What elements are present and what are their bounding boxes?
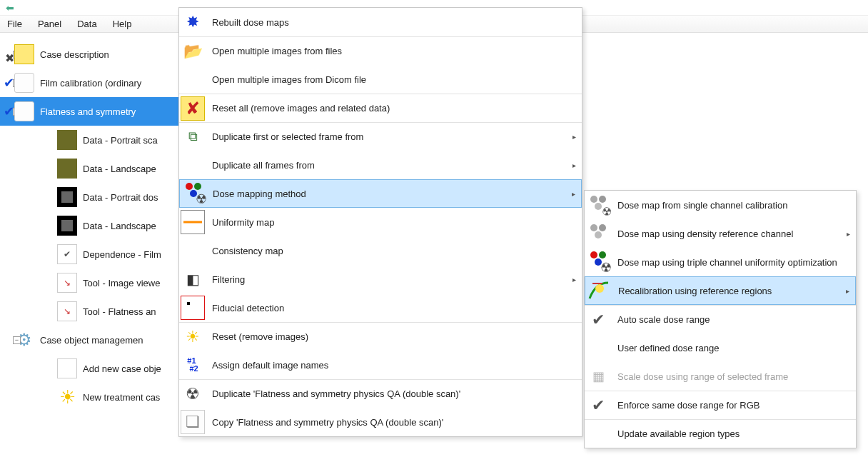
submenu-auto-scale[interactable]: ✔ Auto scale dose range [585, 305, 856, 333]
tree-label: Tool - Flatness an [83, 306, 156, 317]
submenu-user-defined-range[interactable]: User defined dose range [585, 333, 856, 362]
recalibration-curve-icon [587, 278, 611, 303]
tree-item-case-object-management[interactable]: − ⚙ Case object managemen [0, 326, 178, 354]
tree-item-flatness-symmetry[interactable]: − Flatness and symmetry [0, 97, 178, 126]
rgb-radiation-icon [586, 250, 610, 274]
blank-icon [181, 238, 205, 263]
tree-label: Dependence - Film [83, 249, 161, 260]
filter-icon: ◧ [181, 267, 205, 291]
back-icon[interactable]: ⬅ [4, 2, 16, 14]
tree-item-data-portrait-scan[interactable]: Data - Portrait sca [0, 126, 178, 154]
tree-label: Film calibration (ordinary [40, 78, 141, 89]
tree-item-case-description[interactable]: + Case description [0, 40, 178, 69]
menu-label: Dose map using density reference channel [617, 229, 793, 239]
submenu-single-channel[interactable]: Dose map from single channel calibration [585, 191, 856, 219]
tree-item-tool-flatness[interactable]: Tool - Flatness an [0, 297, 178, 326]
context-menu-primary: ✸ Rebuilt dose maps 📂 Open multiple imag… [178, 7, 582, 437]
menu-copy-flatness[interactable]: ❏ Copy 'Flatness and symmetry physics QA… [179, 408, 582, 436]
menu-label: Duplicate first or selected frame from [212, 131, 363, 142]
submenu-arrow-icon: ▸ [846, 287, 849, 295]
submenu-density-reference[interactable]: Dose map using density reference channel… [585, 219, 856, 248]
tree-label: Data - Portrait dos [83, 192, 158, 203]
submenu-update-region-types[interactable]: Update available region types [585, 419, 856, 448]
menu-duplicate-first-frame[interactable]: ⧉ Duplicate first or selected frame from… [179, 122, 582, 151]
menu-dose-mapping-method[interactable]: Dose mapping method ▸ [179, 179, 582, 208]
menu-open-multiple-dicom[interactable]: Open multiple images from Dicom file [179, 65, 582, 94]
menu-assign-default-names[interactable]: #1 #2 Assign default image names [179, 351, 582, 379]
menu-label: Open multiple images from files [212, 46, 342, 56]
radiation-icon: ☢ [181, 382, 205, 406]
menu-label: Auto scale dose range [617, 314, 710, 325]
menu-open-multiple-files[interactable]: 📂 Open multiple images from files [179, 36, 582, 65]
tree-item-dependence-film[interactable]: Dependence - Film [0, 240, 178, 268]
menu-reset-all[interactable]: ✘ Reset all (remove images and related d… [179, 94, 582, 122]
menu-fiducial-detection[interactable]: Fiducial detection [179, 293, 582, 322]
tree-label: Data - Portrait sca [83, 135, 158, 146]
submenu-arrow-icon: ▸ [572, 276, 576, 283]
blank-icon [181, 153, 205, 177]
submenu-triple-channel[interactable]: Dose map using triple channel uniformity… [585, 248, 856, 276]
gray-balls-icon [586, 221, 610, 246]
blank-icon [586, 422, 610, 446]
page-icon [57, 358, 77, 378]
page-check-icon [57, 244, 77, 264]
submenu-arrow-icon: ▸ [572, 133, 576, 141]
tree-item-data-landscape[interactable]: Data - Landscape [0, 154, 178, 183]
menu-label: User defined dose range [617, 343, 719, 353]
tree-item-new-treatment-case[interactable]: ☀ New treatment cas [0, 383, 178, 411]
swatch-icon [57, 187, 77, 207]
submenu-recalibration-regions[interactable]: Recalibration using reference regions ▸ [585, 276, 856, 305]
menu-help[interactable]: Help [110, 17, 135, 31]
tree-label: Case description [40, 49, 109, 60]
swatch-icon [57, 159, 77, 179]
menu-reset-images[interactable]: ☀ Reset (remove images) [179, 322, 582, 351]
menu-label: Rebuilt dose maps [212, 17, 289, 28]
swatch-icon [57, 130, 77, 150]
menu-consistency-map[interactable]: Consistency map [179, 236, 582, 265]
sun-icon: ☀ [181, 325, 205, 349]
submenu-arrow-icon: ▸ [572, 190, 575, 198]
blank-icon [181, 67, 205, 91]
tree-item-tool-image-viewer[interactable]: Tool - Image viewe [0, 268, 178, 297]
submenu-arrow-icon: ▸ [847, 230, 850, 238]
sun-icon: ☀ [57, 387, 77, 407]
context-submenu-dose-mapping: Dose map from single channel calibration… [584, 190, 857, 448]
reset-x-icon: ✘ [181, 96, 205, 121]
tree-label: New treatment cas [83, 392, 160, 403]
tree-label: Data - Landscape [83, 221, 156, 231]
blank-icon [586, 336, 610, 360]
tree-label: Case object managemen [40, 335, 143, 346]
menu-rebuilt-dose-maps[interactable]: ✸ Rebuilt dose maps [179, 8, 582, 36]
document-x-icon [14, 44, 34, 64]
menu-label: Duplicate all frames from [212, 160, 315, 171]
menu-label: Dose map from single channel calibration [617, 200, 787, 211]
tree-item-data-portrait-dose[interactable]: Data - Portrait dos [0, 183, 178, 211]
menu-panel[interactable]: Panel [35, 17, 64, 31]
menu-uniformity-map[interactable]: Uniformity map [179, 208, 582, 236]
menu-label: Dose map using triple channel uniformity… [617, 257, 837, 268]
menu-label: Fiducial detection [212, 303, 284, 313]
tree-item-data-landscape-2[interactable]: Data - Landscape [0, 211, 178, 240]
menu-label: Recalibration using reference regions [618, 286, 772, 296]
menu-duplicate-all-frames[interactable]: Duplicate all frames from ▸ [179, 151, 582, 179]
gray-radiation-icon [586, 193, 610, 217]
collapse-icon[interactable]: − [13, 336, 21, 344]
menu-filtering[interactable]: ◧ Filtering ▸ [179, 265, 582, 293]
swatch-icon [57, 216, 77, 236]
submenu-enforce-rgb-range[interactable]: ✔ Enforce same dose range for RGB [585, 391, 856, 419]
menu-file[interactable]: File [4, 17, 25, 31]
menu-label: Filtering [212, 274, 245, 285]
check-icon: ✔ [586, 308, 610, 332]
menu-label: Uniformity map [212, 217, 274, 228]
tree-view: + Case description + Film calibration (o… [0, 36, 178, 411]
tree-item-film-calibration[interactable]: + Film calibration (ordinary [0, 69, 178, 97]
menu-label: Reset (remove images) [212, 331, 308, 342]
menu-data[interactable]: Data [74, 17, 99, 31]
tree-item-add-new-case-object[interactable]: Add new case obje [0, 354, 178, 383]
menu-duplicate-flatness[interactable]: ☢ Duplicate 'Flatness and symmetry physi… [179, 379, 582, 408]
tree-label: Tool - Image viewe [83, 278, 160, 288]
submenu-arrow-icon: ▸ [572, 161, 576, 169]
starburst-icon: ✸ [181, 10, 205, 34]
menu-label: Duplicate 'Flatness and symmetry physics… [212, 388, 460, 399]
uniformity-icon [181, 210, 205, 234]
